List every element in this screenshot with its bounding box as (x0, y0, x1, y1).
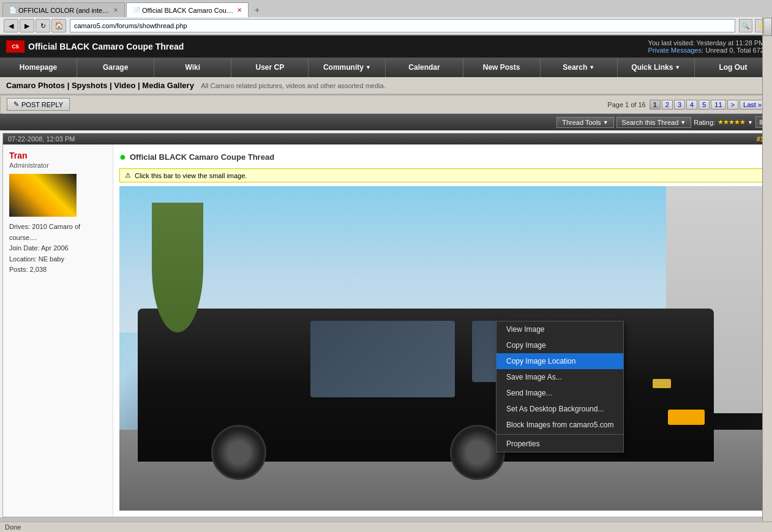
section-title: Camaro Photos | Spyshots | Video | Media… (6, 81, 194, 90)
tab-2-close[interactable]: ✕ (237, 7, 242, 13)
context-set-desktop[interactable]: Set As Desktop Background... (497, 401, 623, 417)
thread-tools-arrow: ▼ (603, 119, 609, 126)
post-header: 07-22-2008, 12:03 PM #1 (3, 133, 769, 144)
back-button[interactable]: ◀ (4, 19, 18, 32)
page-last-btn[interactable]: Last » (740, 100, 765, 110)
warning-icon: ⚠ (125, 171, 131, 179)
context-send-image[interactable]: Send Image... (497, 385, 623, 401)
context-properties[interactable]: Properties (497, 436, 623, 452)
context-view-image[interactable]: View Image (497, 321, 623, 337)
author-role: Administrator (9, 162, 107, 169)
rating-arrow[interactable]: ▼ (748, 119, 753, 126)
user-location: Location: NE baby (9, 254, 107, 265)
context-menu: View Image Copy Image Copy Image Locatio… (496, 321, 624, 452)
avatar-image (9, 174, 77, 217)
thread-status-icon: ● (119, 151, 126, 163)
logo-bowtie (653, 379, 671, 388)
tree-left (152, 203, 203, 332)
tab-1-title: OFFICIAL COLOR (and interior) Threa... (18, 7, 110, 14)
tab-2[interactable]: 📄 Official BLACK Camaro Coupe Thr... ✕ (126, 2, 249, 17)
context-menu-separator (497, 434, 623, 435)
logo-icon: C5 (6, 40, 24, 53)
post-image[interactable]: View Image Copy Image Copy Image Locatio… (119, 186, 763, 511)
search-arrow: ▼ (589, 64, 594, 70)
nav-garage[interactable]: Garage (77, 58, 154, 77)
post-reply-icon: ✎ (13, 100, 19, 108)
rating-stars[interactable]: ★★★★★ (718, 118, 745, 126)
user-avatar (9, 174, 77, 217)
home-button[interactable]: 🏠 (51, 19, 66, 32)
page-4-btn[interactable]: 4 (686, 100, 697, 110)
tab-1[interactable]: 📄 OFFICIAL COLOR (and interior) Threa...… (2, 2, 125, 17)
headlight (668, 410, 705, 425)
page-2-btn[interactable]: 2 (662, 100, 673, 110)
wheel-front (211, 425, 266, 480)
page-1-btn[interactable]: 1 (650, 100, 661, 110)
tab-bar: 📄 OFFICIAL COLOR (and interior) Threa...… (0, 0, 772, 17)
thread-toolbar: Thread Tools ▼ Search this Thread ▼ Rati… (0, 114, 772, 130)
scrollbar-vertical[interactable] (762, 17, 772, 521)
browser-chrome: 📄 OFFICIAL COLOR (and interior) Threa...… (0, 0, 772, 36)
private-messages-link[interactable]: Private Messages (648, 47, 702, 54)
site-logo: C5 Official BLACK Camaro Coupe Thread (6, 40, 184, 53)
quicklinks-arrow: ▼ (675, 64, 680, 70)
nav-homepage[interactable]: Homepage (0, 58, 77, 77)
site-title: Official BLACK Camaro Coupe Thread (28, 42, 184, 51)
user-sidebar: Tran Administrator Drives: 2010 Camaro o… (3, 144, 113, 517)
user-joindate: Join Date: Apr 2006 (9, 243, 107, 254)
pagination: Page 1 of 16 1 2 3 4 5 11 > Last » (607, 100, 765, 110)
tab-2-title: Official BLACK Camaro Coupe Thr... (142, 7, 234, 14)
pm-count: Unread 0, Total 672. (705, 47, 766, 54)
user-posts: Posts: 2,038 (9, 264, 107, 275)
status-bar: Done (0, 522, 772, 532)
address-bar-area: ◀ ▶ ↻ 🏠 🔍 ⭐ (0, 17, 772, 35)
main-navigation: Homepage Garage Wiki User CP Community ▼… (0, 58, 772, 77)
tab-1-favicon: 📄 (9, 7, 17, 13)
status-text: Done (5, 523, 21, 531)
nav-quicklinks[interactable]: Quick Links ▼ (618, 58, 695, 77)
header-right: You last visited: Yesterday at 11:28 PM … (648, 39, 766, 54)
thread-title-row: ● Official BLACK Camaro Coupe Thread (119, 151, 763, 163)
search-icon[interactable]: 🔍 (739, 19, 752, 32)
reload-button[interactable]: ↻ (36, 19, 50, 32)
community-arrow: ▼ (365, 64, 371, 70)
nav-community[interactable]: Community ▼ (309, 58, 386, 77)
add-tab-button[interactable]: + (250, 2, 264, 17)
page-3-btn[interactable]: 3 (674, 100, 685, 110)
post-body: Tran Administrator Drives: 2010 Camaro o… (3, 144, 769, 517)
search-this-thread-button[interactable]: Search this Thread ▼ (616, 117, 692, 128)
context-save-image-as[interactable]: Save Image As... (497, 369, 623, 385)
page-5-btn[interactable]: 5 (699, 100, 710, 110)
page-content: C5 Official BLACK Camaro Coupe Thread Yo… (0, 36, 772, 517)
post-thread-title: Official BLACK Camaro Coupe Thread (130, 152, 274, 162)
author-username[interactable]: Tran (9, 151, 107, 160)
context-block-images[interactable]: Block Images from camaro5.com (497, 417, 623, 433)
context-copy-image[interactable]: Copy Image (497, 337, 623, 353)
image-warning-bar[interactable]: ⚠ Click this bar to view the small image… (119, 168, 763, 182)
forward-button[interactable]: ▶ (20, 19, 34, 32)
page-label: Page 1 of 16 (607, 101, 645, 108)
nav-newposts[interactable]: New Posts (463, 58, 541, 77)
nav-wiki[interactable]: Wiki (154, 58, 231, 77)
context-copy-image-location[interactable]: Copy Image Location (497, 353, 623, 369)
post-reply-button[interactable]: ✎ POST REPLY (7, 98, 70, 111)
tab-2-favicon: 📄 (133, 7, 140, 13)
page-next-btn[interactable]: > (727, 100, 738, 110)
post-content: ● Official BLACK Camaro Coupe Thread ⚠ C… (113, 144, 769, 517)
warning-text: Click this bar to view the small image. (135, 172, 247, 179)
post-date: 07-22-2008, 12:03 PM (8, 135, 75, 143)
thread-tools-button[interactable]: Thread Tools ▼ (557, 117, 613, 128)
nav-calendar[interactable]: Calendar (386, 58, 463, 77)
section-description: All Camaro related pictures, videos and … (201, 82, 385, 89)
nav-search[interactable]: Search ▼ (541, 58, 618, 77)
post-area: 07-22-2008, 12:03 PM #1 Tran Administrat… (2, 133, 770, 517)
rating-label: Rating: (694, 119, 715, 126)
tab-1-close[interactable]: ✕ (113, 7, 118, 13)
address-input[interactable] (70, 19, 735, 32)
nav-usercp[interactable]: User CP (231, 58, 309, 77)
scrollbar-thumb[interactable] (763, 18, 772, 36)
page-11-btn[interactable]: 11 (711, 100, 725, 110)
user-meta: Drives: 2010 Camaro of course.... Join D… (9, 222, 107, 275)
windshield (310, 321, 454, 397)
nav-logout[interactable]: Log Out (695, 58, 772, 77)
